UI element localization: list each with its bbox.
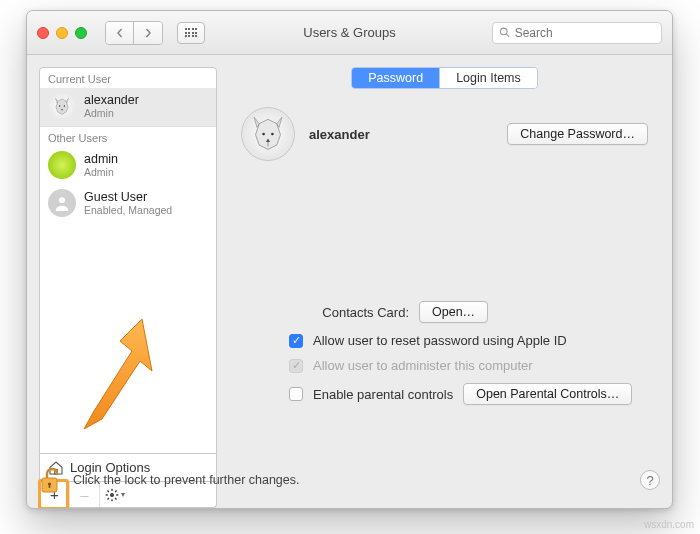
user-header: alexander Change Password…	[229, 99, 660, 161]
open-contacts-button[interactable]: Open…	[419, 301, 488, 323]
open-parental-controls-button[interactable]: Open Parental Controls…	[463, 383, 632, 405]
minimize-window-button[interactable]	[56, 27, 68, 39]
search-icon	[499, 26, 511, 39]
user-role-label: Admin	[84, 166, 118, 178]
sidebar-user-alexander[interactable]: alexander Admin	[40, 88, 216, 126]
user-name-label: Guest User	[84, 190, 172, 204]
username-label: alexander	[309, 127, 370, 142]
user-name-label: alexander	[84, 93, 139, 107]
svg-point-2	[59, 105, 60, 106]
user-avatar[interactable]	[241, 107, 295, 161]
preferences-window: Users & Groups Current User alexander Ad…	[26, 10, 673, 509]
lock-button[interactable]	[39, 466, 63, 494]
allow-reset-row: Allow user to reset password using Apple…	[289, 333, 640, 348]
options-group: Contacts Card: Open… Allow user to reset…	[229, 301, 660, 405]
users-sidebar: Current User alexander Admin Other Users…	[39, 67, 217, 508]
lock-message: Click the lock to prevent further change…	[73, 473, 300, 487]
allow-admin-row: Allow user to administer this computer	[289, 358, 640, 373]
lock-open-icon	[39, 466, 63, 494]
help-button[interactable]: ?	[640, 470, 660, 490]
forward-button[interactable]	[134, 22, 162, 44]
current-user-header: Current User	[40, 68, 216, 88]
search-field[interactable]	[492, 22, 662, 44]
svg-point-0	[500, 28, 507, 35]
tab-login-items[interactable]: Login Items	[440, 68, 537, 88]
titlebar: Users & Groups	[27, 11, 672, 55]
allow-admin-checkbox	[289, 359, 303, 373]
close-window-button[interactable]	[37, 27, 49, 39]
zoom-window-button[interactable]	[75, 27, 87, 39]
other-users-header: Other Users	[40, 126, 216, 147]
svg-point-15	[262, 133, 265, 136]
svg-line-13	[107, 498, 108, 499]
allow-reset-label: Allow user to reset password using Apple…	[313, 333, 567, 348]
change-password-button[interactable]: Change Password…	[507, 123, 648, 145]
password-panel: alexander Change Password… Contacts Card…	[229, 99, 660, 508]
main-panel: Password Login Items alex	[229, 67, 660, 508]
parental-controls-row: Enable parental controls Open Parental C…	[289, 383, 640, 405]
sidebar-user-admin[interactable]: admin Admin	[40, 147, 216, 185]
allow-admin-label: Allow user to administer this computer	[313, 358, 533, 373]
window-controls	[37, 27, 87, 39]
svg-rect-19	[49, 484, 51, 488]
watermark: wsxdn.com	[644, 519, 694, 530]
wolf-avatar-icon	[246, 112, 290, 156]
search-input[interactable]	[515, 26, 655, 40]
svg-point-3	[64, 105, 65, 106]
back-button[interactable]	[106, 22, 134, 44]
user-role-label: Enabled, Managed	[84, 204, 172, 216]
svg-line-1	[506, 34, 509, 37]
allow-reset-checkbox[interactable]	[289, 334, 303, 348]
show-all-button[interactable]	[177, 22, 205, 44]
user-name-label: admin	[84, 152, 118, 166]
contacts-card-label: Contacts Card:	[289, 305, 409, 320]
sidebar-user-guest[interactable]: Guest User Enabled, Managed	[40, 185, 216, 223]
contacts-card-row: Contacts Card: Open…	[289, 301, 640, 323]
user-role-label: Admin	[84, 107, 139, 119]
parental-controls-checkbox[interactable]	[289, 387, 303, 401]
footer: Click the lock to prevent further change…	[39, 466, 660, 494]
avatar-icon	[48, 92, 76, 120]
tab-bar: Password Login Items	[229, 67, 660, 89]
parental-controls-label: Enable parental controls	[313, 387, 453, 402]
svg-line-12	[115, 498, 116, 499]
svg-point-4	[59, 197, 65, 203]
avatar-icon	[48, 151, 76, 179]
tab-password[interactable]: Password	[352, 68, 440, 88]
user-list: Current User alexander Admin Other Users…	[39, 67, 217, 454]
avatar-icon	[48, 189, 76, 217]
svg-point-16	[271, 133, 274, 136]
nav-back-forward	[105, 21, 163, 45]
